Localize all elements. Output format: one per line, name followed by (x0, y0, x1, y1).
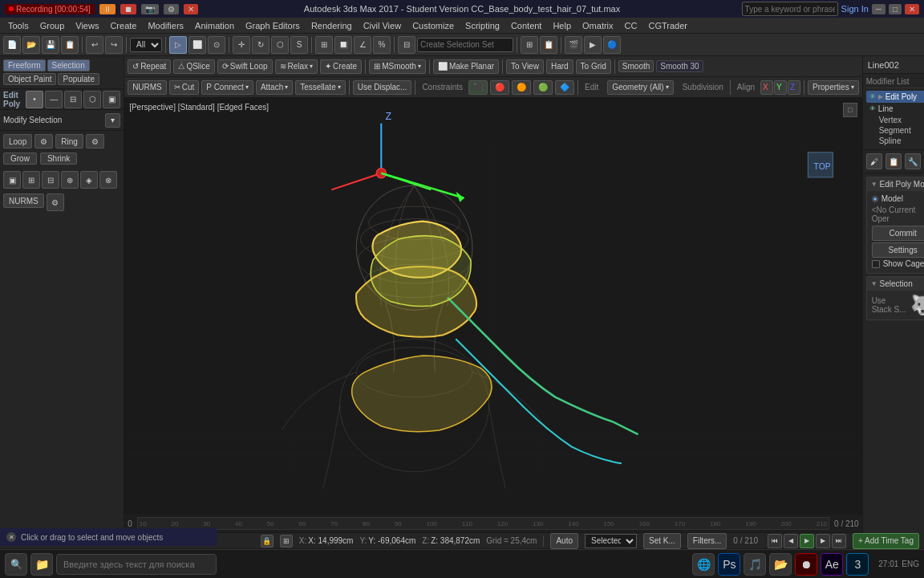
populate-tab[interactable]: Populate (58, 73, 99, 85)
to-grid-btn[interactable]: To Grid (576, 59, 611, 74)
task-browser-btn[interactable]: 🌐 (692, 553, 715, 576)
rs-ep-commit-btn[interactable]: Commit (872, 226, 924, 241)
menu-omatrix[interactable]: Omatrix (578, 20, 618, 31)
sel-icon-2[interactable]: ⊞ (22, 171, 40, 189)
menu-scripting[interactable]: Scripting (460, 20, 505, 31)
constraint-normal[interactable]: 🟢 (533, 80, 553, 95)
snap-status-btn[interactable]: ⊞ (280, 535, 293, 547)
notif-close-btn[interactable]: ✕ (6, 532, 16, 542)
mirror-btn[interactable]: ⊟ (398, 36, 415, 54)
selection-tab[interactable]: Selection (47, 59, 90, 71)
move-btn[interactable]: ✛ (233, 36, 250, 54)
rs-selection-header[interactable]: ▼ Selection (867, 277, 924, 291)
axis-x-btn[interactable]: X (760, 80, 773, 95)
close-btn[interactable]: ✕ (905, 4, 919, 14)
repeat-btn[interactable]: ↺ Repeat (128, 59, 171, 74)
filters-btn[interactable]: Filters... (687, 533, 727, 549)
play-last-btn[interactable]: ⏭ (832, 534, 846, 548)
poly-mode-btn[interactable]: ⬡ (83, 91, 101, 108)
settings-btn[interactable]: ⚙ (164, 4, 179, 14)
rs-edit-poly-header[interactable]: ▼ Edit Poly Mode (867, 177, 924, 191)
task-photoshop-btn[interactable]: Ps (718, 553, 740, 576)
new-btn[interactable]: 📄 (3, 36, 21, 54)
ring-btn[interactable]: Ring (55, 134, 83, 149)
tessellate-btn[interactable]: Tessellate (295, 80, 345, 95)
cut-btn[interactable]: ✂ Cut (169, 80, 200, 95)
auto-key-btn[interactable]: Auto (550, 533, 578, 549)
vertex-mode-btn[interactable]: • (26, 91, 43, 108)
sel-icon-1[interactable]: ▣ (3, 171, 21, 189)
task-folder-btn[interactable]: 📂 (769, 553, 792, 576)
menu-modifiers[interactable]: Modifiers (143, 20, 188, 31)
make-planar-btn[interactable]: ⬜ Make Planar (433, 59, 499, 74)
constraint-face[interactable]: 🟠 (512, 80, 531, 95)
object-paint-tab[interactable]: Object Paint (3, 73, 56, 85)
scale-btn[interactable]: ⬡ (271, 36, 289, 54)
use-displace-btn[interactable]: Use Displac... (353, 80, 412, 95)
scene-area[interactable]: [Perspective] [Standard] [Edged Faces] □ (124, 98, 862, 514)
rs-ep-settings-btn[interactable]: Settings (872, 242, 924, 258)
shrink-btn[interactable]: Shrink (40, 153, 77, 165)
geometry-dropdown[interactable]: Geometry (All) (607, 80, 673, 95)
create-btn[interactable]: ✦ Create (320, 59, 362, 74)
loop-btn[interactable]: Loop (3, 134, 32, 149)
axis-y-btn[interactable]: Y (774, 80, 787, 95)
align-btn[interactable]: ⊞ (521, 36, 538, 54)
render-setup-btn[interactable]: 🎬 (565, 36, 582, 54)
key-mode-select[interactable]: Selected (585, 534, 637, 548)
rs-icon-tool[interactable]: 🔧 (905, 153, 921, 169)
menu-views[interactable]: Views (71, 20, 103, 31)
task-rec-btn[interactable]: ⏺ (795, 553, 817, 576)
p-connect-btn[interactable]: P Connect (201, 80, 253, 95)
menu-customize[interactable]: Customize (407, 20, 459, 31)
menu-animation[interactable]: Animation (190, 20, 239, 31)
constraint-another[interactable]: 🔷 (555, 80, 574, 95)
play-first-btn[interactable]: ⏮ (768, 534, 782, 548)
border-mode-btn[interactable]: ⊟ (64, 91, 82, 108)
redo-btn[interactable]: ↪ (105, 36, 123, 54)
layer-btn[interactable]: 📋 (540, 36, 557, 54)
play-next-btn[interactable]: ▶ (816, 534, 830, 548)
task-search-btn[interactable]: 🔍 (5, 553, 27, 576)
scale-type-btn[interactable]: S (290, 36, 308, 54)
select-btn[interactable]: ▷ (169, 36, 187, 54)
menu-cc[interactable]: CC (620, 20, 642, 31)
pause-btn[interactable]: ⏸ (99, 4, 116, 14)
camera-btn[interactable]: 📷 (141, 4, 159, 14)
close-rec-btn[interactable]: ✕ (184, 4, 198, 14)
snap-btn[interactable]: 🔲 (334, 36, 352, 54)
nurms-settings-btn[interactable]: ⚙ (47, 193, 64, 211)
sub-modifier-vertex[interactable]: Vertex (866, 115, 924, 125)
properties-dropdown[interactable]: Properties (808, 80, 859, 95)
attach-btn[interactable]: Attach (256, 80, 293, 95)
percent-snap-btn[interactable]: % (373, 36, 391, 54)
ring-settings-btn[interactable]: ⚙ (86, 134, 104, 149)
menu-rendering[interactable]: Rendering (306, 20, 357, 31)
modifier-line[interactable]: 👁 Line (866, 103, 924, 115)
menu-graph-editors[interactable]: Graph Editors (241, 20, 305, 31)
edge-mode-btn[interactable]: — (45, 91, 63, 108)
material-editor-btn[interactable]: 🔵 (603, 36, 621, 54)
add-time-tag-btn[interactable]: + Add Time Tag (853, 533, 919, 549)
select-filter-dropdown[interactable]: All (130, 38, 162, 52)
open-btn[interactable]: 📂 (22, 36, 40, 54)
rotate-btn[interactable]: ↻ (252, 36, 270, 54)
grow-btn[interactable]: Grow (3, 153, 37, 165)
menu-cgtrader[interactable]: CGTrader (643, 20, 692, 31)
task-after-effects-btn[interactable]: Ae (821, 553, 843, 576)
sel-icon-3[interactable]: ⊟ (42, 171, 59, 189)
taskbar-search-input[interactable] (56, 554, 217, 575)
sign-in-btn[interactable]: Sign In (841, 4, 869, 14)
task-file-explorer[interactable]: 📁 (30, 553, 53, 576)
menu-create[interactable]: Create (105, 20, 141, 31)
select-region-btn[interactable]: ⬜ (188, 36, 206, 54)
to-view-btn[interactable]: To View (506, 59, 544, 74)
task-music-btn[interactable]: 🎵 (744, 553, 766, 576)
rs-ep-model-radio[interactable]: Model (872, 194, 924, 203)
reference-btn[interactable]: ⊞ (315, 36, 333, 54)
qslice-btn[interactable]: ⧊ QSlice (173, 59, 214, 74)
freeform-tab[interactable]: Freeform (3, 59, 46, 71)
menu-group[interactable]: Group (35, 20, 70, 31)
save-btn[interactable]: 💾 (42, 36, 59, 54)
minimize-btn[interactable]: ─ (872, 4, 886, 14)
